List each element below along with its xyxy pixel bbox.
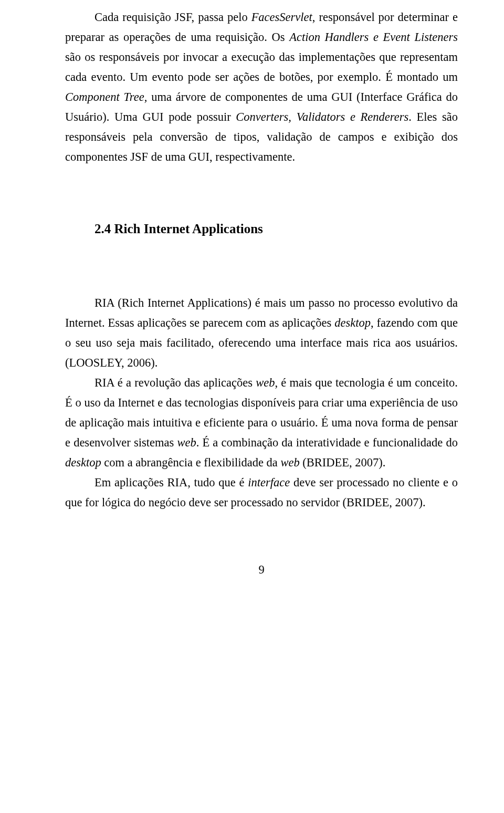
paragraph-4: Em aplicações RIA, tudo que é interface … <box>65 473 458 513</box>
text-run: . É a combinação da interatividade e fun… <box>196 436 458 449</box>
text-run: (BRIDEE, 2007). <box>300 456 386 469</box>
italic-run: web <box>280 456 299 469</box>
text-run: com a abrangência e flexibilidade da <box>101 456 281 469</box>
italic-run: Action Handlers e Event Listeners <box>289 30 458 44</box>
text-run: RIA é a revolução das aplicações <box>94 376 256 389</box>
italic-run: Component Tree, <box>65 90 147 103</box>
italic-run: web <box>177 436 196 449</box>
italic-run: Converters, Validators e Renderers <box>236 110 408 123</box>
italic-run: interface <box>248 476 290 489</box>
italic-run: FacesServlet <box>251 11 312 24</box>
paragraph-3: RIA é a revolução das aplicações web, é … <box>65 373 458 473</box>
text-run: Em aplicações RIA, tudo que é <box>94 476 248 489</box>
text-run: são os responsáveis por invocar a execuç… <box>65 50 458 84</box>
text-run: Cada requisição JSF, passa pelo <box>94 11 251 24</box>
italic-run: desktop <box>334 316 371 329</box>
paragraph-1: Cada requisição JSF, passa pelo FacesSer… <box>65 7 458 167</box>
document-page: Cada requisição JSF, passa pelo FacesSer… <box>0 0 504 598</box>
italic-run: web <box>256 376 275 389</box>
italic-run: desktop <box>65 456 101 469</box>
section-heading: 2.4 Rich Internet Applications <box>94 222 458 236</box>
page-number: 9 <box>65 563 458 577</box>
paragraph-2: RIA (Rich Internet Applications) é mais … <box>65 293 458 373</box>
